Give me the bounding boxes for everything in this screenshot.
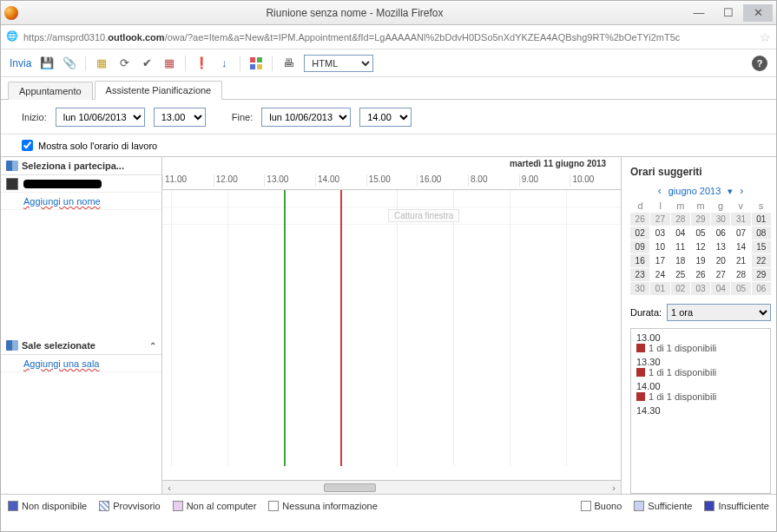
insert-icon[interactable]: ▦ — [95, 56, 109, 70]
print-icon[interactable]: 🖶 — [281, 56, 295, 70]
importance-high-icon[interactable]: ❗ — [194, 56, 208, 70]
add-room-row[interactable]: Aggiungi una sala — [1, 355, 161, 372]
calendar-day[interactable]: 30 — [630, 282, 649, 295]
calendar-day[interactable]: 02 — [630, 227, 649, 240]
calendar-day[interactable]: 06 — [752, 282, 771, 295]
calendar-day[interactable]: 26 — [630, 213, 649, 226]
calendar-day[interactable]: 13 — [711, 240, 730, 253]
next-month-icon[interactable]: › — [740, 185, 743, 197]
calendar-day[interactable]: 31 — [731, 213, 750, 226]
suggestion-time: 14.30 — [636, 405, 765, 416]
time-tick: 9.00 — [519, 174, 570, 187]
rooms-header[interactable]: Sale selezionate ⌃ — [1, 337, 161, 355]
attach-icon[interactable]: 📎 — [63, 56, 76, 70]
calendar-day[interactable]: 24 — [650, 268, 669, 281]
calendar-day[interactable]: 11 — [671, 240, 690, 253]
save-icon[interactable]: 💾 — [40, 56, 54, 70]
calendar-day[interactable]: 27 — [650, 213, 669, 226]
format-select[interactable]: HTML — [304, 55, 373, 72]
categories-icon[interactable] — [249, 56, 263, 70]
suggestion-item[interactable]: 13.001 di 1 disponibili — [633, 331, 768, 355]
scroll-right-icon[interactable]: › — [607, 483, 621, 493]
importance-low-icon[interactable]: ↓ — [217, 56, 231, 70]
availability-icon — [636, 368, 645, 377]
work-hours-checkbox[interactable] — [22, 140, 33, 151]
calendar-day[interactable]: 10 — [650, 240, 669, 253]
month-label[interactable]: giugno 2013 — [668, 186, 721, 196]
help-icon[interactable]: ? — [752, 56, 767, 71]
calendar-day[interactable]: 01 — [650, 282, 669, 295]
calendar-day[interactable]: 08 — [752, 227, 771, 240]
timeline-grid[interactable]: Cattura finestra — [162, 190, 621, 480]
calendar-day[interactable]: 03 — [650, 227, 669, 240]
calendar-day[interactable]: 03 — [691, 282, 710, 295]
calendar-day[interactable]: 12 — [691, 240, 710, 253]
scroll-thumb[interactable] — [324, 483, 376, 492]
mini-calendar[interactable]: 2627282930310102030405060708091011121314… — [630, 213, 771, 295]
calendar-day[interactable]: 05 — [691, 227, 710, 240]
suggestion-time: 13.00 — [636, 332, 765, 343]
horizontal-scrollbar[interactable]: ‹ › — [162, 480, 621, 494]
calendar-day[interactable]: 23 — [630, 268, 649, 281]
end-time-select[interactable]: 14.00 — [359, 108, 412, 127]
participant-status-icon[interactable] — [6, 178, 18, 190]
scroll-left-icon[interactable]: ‹ — [162, 483, 176, 493]
calendar-day[interactable]: 20 — [711, 254, 730, 267]
add-room-link[interactable]: Aggiungi una sala — [23, 358, 99, 369]
calendar-day[interactable]: 29 — [691, 213, 710, 226]
calendar-day[interactable]: 02 — [671, 282, 690, 295]
suggestion-item[interactable]: 13.301 di 1 disponibili — [633, 355, 768, 379]
check-names-icon[interactable]: ✔ — [140, 56, 154, 70]
calendar-day[interactable]: 22 — [752, 254, 771, 267]
month-dropdown-icon[interactable]: ▾ — [728, 186, 733, 197]
calendar-day[interactable]: 01 — [752, 213, 771, 226]
calendar-day[interactable]: 04 — [671, 227, 690, 240]
suggestion-time: 13.30 — [636, 357, 765, 367]
time-tick: 16.00 — [417, 174, 468, 187]
calendar-day[interactable]: 09 — [630, 240, 649, 253]
calendar-day[interactable]: 27 — [711, 268, 730, 281]
refresh-icon[interactable]: ⟳ — [117, 56, 131, 70]
suggestion-item[interactable]: 14.30 — [633, 404, 768, 417]
add-participant-row[interactable]: Aggiungi un nome — [1, 193, 161, 210]
calendar-day[interactable]: 14 — [731, 240, 750, 253]
close-button[interactable]: ✕ — [743, 4, 773, 22]
participants-header[interactable]: Seleziona i partecipa... — [1, 157, 161, 175]
calendar-day[interactable]: 16 — [630, 254, 649, 267]
calendar-day[interactable]: 28 — [671, 213, 690, 226]
calendar-day[interactable]: 26 — [691, 268, 710, 281]
end-date-select[interactable]: lun 10/06/2013 — [261, 108, 351, 127]
calendar-day[interactable]: 29 — [752, 268, 771, 281]
recurrence-icon[interactable]: ▦ — [162, 56, 176, 70]
suggestion-item[interactable]: 14.001 di 1 disponibili — [633, 379, 768, 404]
duration-select[interactable]: 1 ora — [667, 304, 771, 321]
capture-hint: Cattura finestra — [388, 209, 459, 222]
add-participant-link[interactable]: Aggiungi un nome — [23, 196, 101, 207]
meeting-end-line[interactable] — [340, 190, 342, 466]
prev-month-icon[interactable]: ‹ — [658, 185, 662, 197]
calendar-day[interactable]: 06 — [711, 227, 730, 240]
start-date-select[interactable]: lun 10/06/2013 — [56, 108, 145, 127]
bookmark-icon[interactable]: ☆ — [760, 30, 771, 44]
maximize-button[interactable]: ☐ — [714, 4, 743, 22]
calendar-day[interactable]: 21 — [731, 254, 750, 267]
calendar-day[interactable]: 17 — [650, 254, 669, 267]
calendar-day[interactable]: 28 — [731, 268, 750, 281]
start-time-select[interactable]: 13.00 — [154, 108, 206, 127]
address-bar[interactable]: 🌐 https://amsprd0310.outlook.com/owa/?ae… — [1, 25, 776, 49]
tab-scheduling-assistant[interactable]: Assistente Pianificazione — [95, 81, 223, 100]
calendar-day[interactable]: 05 — [731, 282, 750, 295]
tab-appointment[interactable]: Appuntamento — [8, 82, 93, 100]
calendar-day[interactable]: 25 — [671, 268, 690, 281]
minimize-button[interactable]: — — [684, 4, 714, 22]
calendar-day[interactable]: 18 — [671, 254, 690, 267]
send-button[interactable]: Invia — [10, 57, 31, 69]
calendar-day[interactable]: 19 — [691, 254, 710, 267]
calendar-day[interactable]: 04 — [711, 282, 730, 295]
calendar-day[interactable]: 30 — [711, 213, 730, 226]
chevron-up-icon[interactable]: ⌃ — [149, 341, 156, 351]
suggestion-list[interactable]: 13.001 di 1 disponibili13.301 di 1 dispo… — [630, 328, 771, 494]
calendar-day[interactable]: 15 — [752, 240, 771, 253]
calendar-day[interactable]: 07 — [731, 227, 750, 240]
meeting-start-line[interactable] — [284, 190, 286, 466]
